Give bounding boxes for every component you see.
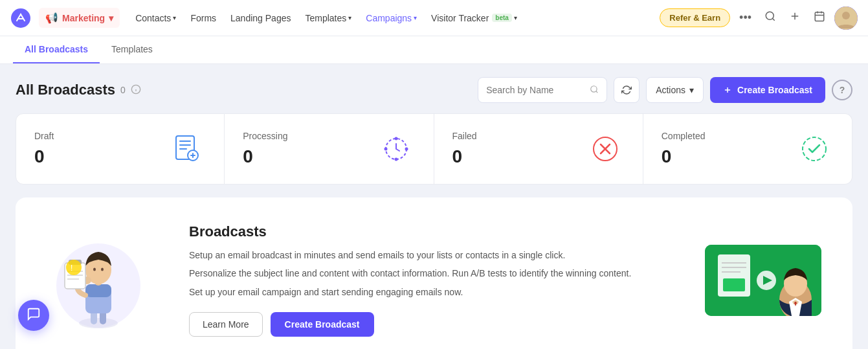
campaigns-chevron-icon: ▾ xyxy=(414,14,417,21)
svg-text:!: ! xyxy=(71,264,72,273)
topnav: 📢 Marketing ▾ Contacts ▾ Forms Landing P… xyxy=(0,0,868,36)
stat-card-failed: Failed 0 xyxy=(434,113,643,185)
topnav-right: Refer & Earn ••• xyxy=(660,6,858,30)
contacts-chevron-icon: ▾ xyxy=(173,14,176,21)
completed-value: 0 xyxy=(662,146,706,167)
thumbnail-bg xyxy=(705,245,821,316)
megaphone-icon: 📢 xyxy=(45,12,58,24)
svg-point-17 xyxy=(79,318,118,328)
add-button[interactable] xyxy=(785,8,805,28)
broadcast-actions: Learn More Create Broadcast xyxy=(189,312,666,337)
broadcast-text-2: Personalize the subject line and content… xyxy=(189,266,666,280)
svg-point-24 xyxy=(93,267,96,271)
svg-point-4 xyxy=(842,12,850,19)
nav-landing-pages[interactable]: Landing Pages xyxy=(224,9,297,27)
search-input[interactable] xyxy=(486,85,590,95)
svg-point-12 xyxy=(384,148,387,151)
app-switcher-button[interactable]: 📢 Marketing ▾ xyxy=(39,8,120,28)
failed-icon xyxy=(586,129,625,168)
tab-all-broadcasts[interactable]: All Broadcasts xyxy=(13,36,100,63)
visitor-tracker-chevron-icon: ▾ xyxy=(514,14,517,21)
failed-label: Failed xyxy=(452,131,477,141)
actions-button[interactable]: Actions ▾ xyxy=(646,77,704,103)
question-icon: ? xyxy=(840,85,845,95)
create-broadcast-button-2[interactable]: Create Broadcast xyxy=(271,312,374,337)
page-title-group: All Broadcasts 0 xyxy=(16,82,141,98)
actions-chevron-icon: ▾ xyxy=(689,85,694,95)
nav-forms[interactable]: Forms xyxy=(184,9,223,27)
draft-value: 0 xyxy=(34,146,54,167)
nav-visitor-tracker[interactable]: Visitor Tracker beta ▾ xyxy=(425,9,524,27)
stat-card-processing: Processing 0 xyxy=(225,113,434,185)
completed-label: Completed xyxy=(662,131,706,141)
svg-point-11 xyxy=(394,158,397,161)
refer-earn-button[interactable]: Refer & Earn xyxy=(660,8,730,27)
svg-rect-39 xyxy=(723,278,745,291)
stat-section: Draft 0 Processing 0 xyxy=(0,113,868,187)
stat-card-draft: Draft 0 xyxy=(16,113,225,185)
app-chevron-icon: ▾ xyxy=(109,13,113,23)
failed-value: 0 xyxy=(452,146,477,167)
app-name-label: Marketing xyxy=(62,13,105,23)
chat-icon xyxy=(27,307,41,324)
svg-point-32 xyxy=(66,260,82,275)
svg-point-6 xyxy=(591,85,597,91)
search-box[interactable] xyxy=(478,77,607,103)
app-logo[interactable] xyxy=(10,8,31,28)
create-broadcast-button[interactable]: Create Broadcast xyxy=(710,77,825,103)
stat-card-completed: Completed 0 xyxy=(643,113,852,185)
processing-label: Processing xyxy=(243,131,287,141)
page-actions: Actions ▾ Create Broadcast ? xyxy=(478,77,852,103)
notifications-button[interactable] xyxy=(810,8,829,28)
illustration: ! xyxy=(47,227,150,333)
search-icon xyxy=(590,85,599,96)
chat-widget-button[interactable] xyxy=(18,300,49,331)
plus-icon xyxy=(789,10,801,25)
nav-campaigns[interactable]: Campaigns ▾ xyxy=(359,9,423,27)
ellipsis-icon: ••• xyxy=(739,11,751,25)
svg-point-13 xyxy=(405,148,408,151)
templates-chevron-icon: ▾ xyxy=(348,14,351,21)
completed-icon xyxy=(795,129,834,168)
broadcast-text-3: Set up your email campaign and start sen… xyxy=(189,285,666,299)
video-thumbnail[interactable] xyxy=(705,245,821,316)
count-badge: 0 xyxy=(120,85,126,95)
calendar-icon xyxy=(814,10,825,25)
broadcast-info: Broadcasts Setup an email broadcast in m… xyxy=(189,223,666,337)
learn-more-button[interactable]: Learn More xyxy=(189,312,263,337)
processing-value: 0 xyxy=(243,146,287,167)
draft-icon xyxy=(167,129,206,168)
more-options-button[interactable]: ••• xyxy=(735,8,755,27)
svg-point-1 xyxy=(766,12,773,19)
broadcast-empty: ! Broadcasts Setup an email broadcast in… xyxy=(16,197,852,349)
stat-cards: Draft 0 Processing 0 xyxy=(16,113,852,187)
user-avatar[interactable] xyxy=(834,6,858,30)
nav-contacts[interactable]: Contacts ▾ xyxy=(129,9,183,27)
search-button[interactable] xyxy=(761,8,780,28)
info-icon[interactable] xyxy=(131,84,141,96)
draft-label: Draft xyxy=(34,131,54,141)
nav-templates[interactable]: Templates ▾ xyxy=(298,9,358,27)
refresh-button[interactable] xyxy=(614,77,640,103)
svg-rect-2 xyxy=(815,12,824,21)
svg-rect-21 xyxy=(85,284,111,297)
svg-point-25 xyxy=(101,267,104,271)
svg-point-15 xyxy=(803,137,826,161)
svg-point-10 xyxy=(394,137,397,141)
page-title: All Broadcasts xyxy=(16,82,115,98)
tab-templates[interactable]: Templates xyxy=(100,36,164,63)
broadcast-title: Broadcasts xyxy=(189,223,666,240)
main-nav: Contacts ▾ Forms Landing Pages Templates… xyxy=(129,9,657,27)
tab-bar: All Broadcasts Templates xyxy=(0,36,868,64)
page-header: All Broadcasts 0 Actions ▾ xyxy=(0,64,868,113)
help-button[interactable]: ? xyxy=(832,80,852,100)
processing-icon xyxy=(377,129,416,168)
broadcast-text-1: Setup an email broadcast in minutes and … xyxy=(189,248,666,262)
search-icon xyxy=(764,10,776,25)
